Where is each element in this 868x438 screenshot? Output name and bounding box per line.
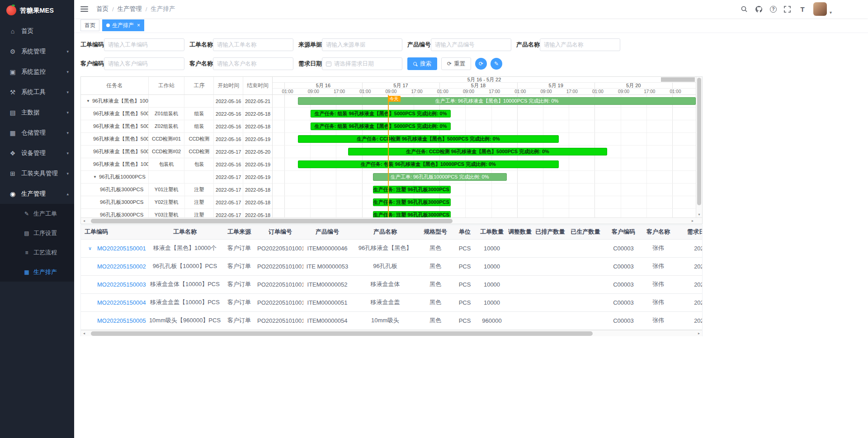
order-bar[interactable]: 生产工单: 96孔移液盒【黑色】10000PCS 完成比例: 0% [298,97,696,105]
order-code-link[interactable]: MO202205150003 [97,281,146,288]
text-input-product-name[interactable] [540,38,620,51]
sidebar-subitem-production-work-order[interactable]: ✎生产工单 [0,204,74,223]
sidebar-item-master-data[interactable]: ▤主数据▾ [0,102,74,122]
gantt-grid-row[interactable]: 96孔移液盒【黑色】5000PCSCCD检测#01CCD检测2022-05-16… [81,133,272,146]
order-code-link[interactable]: MO202205150004 [97,299,146,306]
gantt-grid-row[interactable]: 96孔移液盒【黑色】5000PCSCCD检测#02CCD检测2022-05-17… [81,146,272,158]
product-name-input[interactable] [544,42,616,48]
sidebar-item-system-monitor[interactable]: ▣系统监控▾ [0,61,74,82]
sidebar-subitem-production-scheduling[interactable]: ▦生产排产 [0,262,74,282]
horizontal-scrollbar-thumb[interactable] [91,219,453,223]
sidebar-subitem-process-flow[interactable]: ≡工艺流程 [0,243,74,262]
sidebar-item-system-tools[interactable]: ⚒系统工具▾ [0,82,74,102]
gantt-grid-row[interactable]: 96孔移液盒【黑色】10000PCS包装机包装2022-05-162022-05… [81,158,272,171]
task-bar[interactable]: 生产任务: 注塑 96孔孔板3000PCS 完成比例: 0% [373,186,451,193]
hamburger-icon[interactable] [80,6,88,12]
text-input-source-doc[interactable] [322,38,402,51]
order-bar[interactable]: 生产工单: 96孔孔板10000PCS 完成比例: 0% [373,173,507,181]
task-bar[interactable]: 生产任务: 注塑 96孔孔板3000PCS 完成比例: 0% [373,211,451,217]
sidebar-subitem-process-settings[interactable]: ▤工序设置 [0,223,74,243]
order-row[interactable]: MO20220515000296孔孔板【10000】PCS客户订单PO20220… [81,257,702,275]
text-input-customer-name[interactable] [213,57,293,70]
text-input-customer-code[interactable] [104,57,184,70]
sidebar-item-home[interactable]: ⌂首页 [0,21,74,41]
breadcrumb-item[interactable]: 生产管理 [118,5,142,13]
order-code-link[interactable]: MO202205150001 [97,245,146,252]
text-input-work-order-code[interactable] [104,38,184,51]
sidebar-item-fixture-management[interactable]: ⊞工装夹具管理▾ [0,163,74,184]
task-bar[interactable]: 生产任务: 组装 96孔移液盒【黑色】5000PCS 完成比例: 0% [311,122,451,130]
expand-chevron-icon[interactable]: ∨ [88,245,92,251]
gantt-vertical-scrollbar[interactable]: ▾ [696,77,702,217]
task-bar[interactable]: 生产任务: 注塑 96孔孔板3000PCS 完成比例: 0% [373,198,451,206]
font-size-icon[interactable]: T [798,5,807,13]
sidebar-item-warehouse-management[interactable]: ▦仓储管理▾ [0,122,74,143]
github-icon[interactable] [755,5,763,13]
sidebar-item-equipment-management[interactable]: ❖设备管理▾ [0,143,74,163]
order-row[interactable]: MO202205150004移液盒盒盖【10000】PCS客户订单PO20220… [81,293,702,311]
demand-date-input[interactable] [334,61,398,67]
gantt-horizontal-scrollbar[interactable]: ◂ ▸ [81,217,702,224]
task-bar[interactable]: 生产任务: CCD检测 96孔移液盒【黑色】5000PCS 完成比例: 0% [298,135,559,143]
work-order-code-input[interactable] [108,42,180,48]
caret-down-icon[interactable]: ▾ [830,10,832,15]
text-input-product-code[interactable] [431,38,511,51]
task-bar[interactable]: 生产任务: CCD检测 96孔移液盒【黑色】5000PCS 完成比例: 0% [348,148,608,155]
scrollbar-track[interactable] [87,218,689,224]
table-horizontal-scrollbar[interactable]: ◂ ▸ [81,330,702,336]
work-order-name-input[interactable] [217,42,289,48]
order-cell: 黑色 [419,293,452,311]
gantt-grid-row[interactable]: 96孔孔板3000PCSY01注塑机注塑2022-05-172022-05-18 [81,184,272,196]
task-bar[interactable]: 生产任务: 组装 96孔移液盒【黑色】5000PCS 完成比例: 0% [311,110,451,118]
tab-close-icon[interactable]: × [137,22,140,28]
scrollbar-track[interactable] [87,330,696,336]
reset-button[interactable]: ⟳ 重置 [441,57,471,70]
order-row[interactable]: MO202205150003移液盒盒体【10000】PCS客户订单PO20220… [81,275,702,293]
order-cell: 张伟 [642,239,674,257]
scroll-right-arrow-icon[interactable]: ▸ [689,219,696,223]
order-row[interactable]: MO20220515000510mm吸头【960000】PCS客户订单PO202… [81,311,702,330]
timeline-scrollbar-thumb[interactable] [661,77,695,82]
source-doc-input[interactable] [326,42,398,48]
horizontal-scrollbar-thumb[interactable] [91,331,593,336]
avatar[interactable] [813,2,827,16]
gantt-grid-row[interactable]: 96孔孔板3000PCSY03注塑机注塑2022-05-172022-05-18 [81,209,272,217]
task-bar[interactable]: 生产任务: 包装 96孔移液盒【黑色】10000PCS 完成比例: 0% [298,160,559,168]
scroll-left-arrow-icon[interactable]: ◂ [81,331,87,335]
order-cell: 10000 [478,275,506,293]
expand-caret-icon[interactable]: ▼ [93,175,97,179]
task-name: 96孔移液盒【黑色】5000PCS [93,136,149,142]
text-input-work-order-name[interactable] [213,38,293,51]
refresh-button[interactable]: ⟳ [475,58,487,70]
product-code-input[interactable] [435,42,507,48]
customer-name-input[interactable] [217,61,289,67]
vertical-scrollbar-thumb[interactable] [697,78,701,205]
date-input-demand-date[interactable] [322,57,402,70]
timeline-day-label: 5月 17 [393,83,408,89]
gantt-grid-row[interactable]: ▼96孔孔板10000PCS2022-05-172022-05-19 [81,171,272,184]
tab-home[interactable]: 首页 [80,19,99,31]
gantt-grid-row[interactable]: 96孔移液盒【黑色】5000PCSZ01组装机组装2022-05-162022-… [81,108,272,120]
scroll-right-arrow-icon[interactable]: ▸ [696,331,702,335]
gantt-grid-row[interactable]: 96孔移液盒【黑色】5000PCSZ02组装机组装2022-05-162022-… [81,120,272,133]
order-code-link[interactable]: MO202205150002 [97,263,146,270]
tab-production-scheduling[interactable]: 生产排产× [102,19,144,31]
order-cell [534,239,566,257]
gear-icon: ⚙ [9,48,16,55]
order-row[interactable]: ∨MO202205150001移液盒【黑色】10000个客户订单PO202205… [81,239,702,257]
scroll-down-arrow-icon[interactable]: ▾ [696,211,702,217]
customer-code-input[interactable] [108,61,180,67]
sidebar-item-production-management[interactable]: ◉生产管理▴ [0,184,74,204]
search-icon[interactable] [740,5,748,13]
sidebar-item-system-management[interactable]: ⚙系统管理▾ [0,41,74,61]
gantt-grid-row[interactable]: 96孔孔板3000PCSY02注塑机注塑2022-05-172022-05-18 [81,196,272,209]
gantt-grid-row[interactable]: ▼96孔移液盒【黑色】10000PCS2022-05-162022-05-21 [81,95,272,108]
edit-button[interactable]: ✎ [491,58,502,70]
breadcrumb-item[interactable]: 首页 [96,5,108,13]
order-code-link[interactable]: MO202205150005 [97,317,146,324]
search-button[interactable]: 搜索 [407,57,437,70]
help-icon[interactable]: ? [770,6,777,13]
expand-caret-icon[interactable]: ▼ [86,99,90,103]
fullscreen-icon[interactable] [783,5,792,13]
scroll-left-arrow-icon[interactable]: ◂ [81,219,87,223]
